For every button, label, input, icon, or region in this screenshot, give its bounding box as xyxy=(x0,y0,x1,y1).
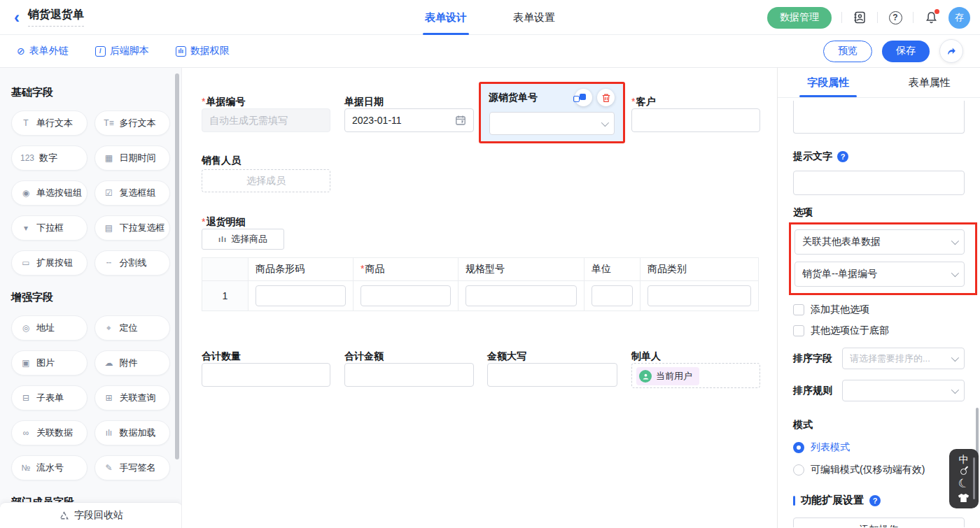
customer-input[interactable] xyxy=(631,108,760,132)
sidebar-item-location[interactable]: ⌖定位 xyxy=(94,315,171,341)
image-icon: ▣ xyxy=(20,358,31,368)
group-title-basic: 基础字段 xyxy=(11,86,170,99)
sidebar-scrollbar[interactable] xyxy=(175,73,179,459)
tab-form-design[interactable]: 表单设计 xyxy=(425,0,467,35)
form-external-link[interactable]: ⊘ 表单外链 xyxy=(17,45,69,57)
sidebar-item-serial-number[interactable]: №流水号 xyxy=(11,455,88,480)
category-cell-input[interactable] xyxy=(648,285,751,306)
calendar-icon: ▦ xyxy=(104,153,115,163)
table-header-barcode: 商品条形码 xyxy=(248,258,354,281)
barcode-cell-input[interactable] xyxy=(255,285,346,306)
sidebar-item-multi-dropdown[interactable]: ▤下拉复选框 xyxy=(94,215,171,241)
sort-field-label: 排序字段 xyxy=(793,352,842,365)
data-manage-button[interactable]: 数据管理 xyxy=(767,7,832,29)
option-field-select[interactable]: 销货单--单据编号 xyxy=(794,262,965,287)
language-toggle-icon[interactable]: 中 xyxy=(959,455,969,464)
sidebar-item-attachment[interactable]: ☁附件 xyxy=(94,350,171,376)
field-title-input[interactable] xyxy=(793,101,965,134)
mode-option-editable[interactable]: 可编辑模式(仅移动端有效) xyxy=(793,464,965,476)
chevron-down-icon xyxy=(951,237,959,245)
backend-script-link[interactable]: / 后端脚本 xyxy=(95,45,149,57)
sidebar-item-radio-group[interactable]: ◉单选按钮组 xyxy=(11,180,88,206)
app-header: ‹ 销货退货单 表单设计 表单设置 数据管理 ? 存 xyxy=(0,0,980,35)
calendar-icon xyxy=(455,115,466,126)
share-button[interactable] xyxy=(939,39,963,63)
sidebar-item-subform[interactable]: ⊟子表单 xyxy=(11,385,88,411)
add-action-button[interactable]: 添加操作 xyxy=(793,518,965,527)
sidebar-item-linked-query[interactable]: ⊞关联查询 xyxy=(94,385,171,411)
form-design-canvas: 单据编号 单据日期 源销货单号 客户 xyxy=(182,68,777,528)
select-product-button[interactable]: ılı 选择商品 xyxy=(202,229,284,250)
chevron-down-icon xyxy=(601,118,609,126)
theme-shirt-icon[interactable] xyxy=(958,493,969,503)
order-date-input[interactable] xyxy=(352,115,449,126)
sidebar-item-checkbox-group[interactable]: ☑复选框组 xyxy=(94,180,171,206)
radio-selected-icon xyxy=(793,442,804,453)
hint-text-label: 提示文字 xyxy=(793,150,832,163)
back-icon[interactable]: ‹ xyxy=(14,10,20,25)
linked-query-icon: ⊞ xyxy=(104,393,115,403)
sidebar-item-extend-button[interactable]: ▭扩展按钮 xyxy=(11,250,88,276)
sidebar-item-datetime[interactable]: ▦日期时间 xyxy=(94,145,171,171)
sidebar-item-number[interactable]: 123数字 xyxy=(11,145,88,171)
source-order-select[interactable] xyxy=(489,112,615,135)
other-option-bottom-checkbox[interactable] xyxy=(793,325,804,336)
sidebar-item-linked-data[interactable]: ∞关联数据 xyxy=(11,420,88,445)
sidebar-item-dropdown[interactable]: ▾下拉框 xyxy=(11,215,88,241)
floating-utility-widget[interactable]: 中 ☾ xyxy=(949,449,979,508)
field-recycle-bin[interactable]: 字段回收站 xyxy=(0,502,182,528)
option-source-select[interactable]: 关联其他表单数据 xyxy=(794,229,965,255)
order-date-field[interactable] xyxy=(344,108,474,132)
creator-field[interactable]: 当前用户 xyxy=(631,363,760,388)
extension-help-icon[interactable]: ? xyxy=(869,495,881,506)
sidebar-item-address[interactable]: ◎地址 xyxy=(11,315,88,341)
sidebar-item-image[interactable]: ▣图片 xyxy=(11,350,88,376)
data-permission-link[interactable]: ılı 数据权限 xyxy=(176,45,230,57)
save-button[interactable]: 保存 xyxy=(882,41,930,62)
selected-field-source-order[interactable]: 源销货单号 xyxy=(479,82,625,143)
help-icon[interactable]: ? xyxy=(888,10,903,25)
mode-option-list[interactable]: 列表模式 xyxy=(793,441,965,454)
section-accent-bar xyxy=(793,496,795,506)
page-title[interactable]: 销货退货单 xyxy=(28,8,84,27)
amount-words-input[interactable] xyxy=(487,363,617,387)
notification-bell-icon[interactable] xyxy=(923,10,939,25)
recycle-icon xyxy=(59,511,69,520)
copy-field-button[interactable] xyxy=(575,89,592,106)
total-amount-input[interactable] xyxy=(344,363,474,387)
field-label-salesperson: 销售人员 xyxy=(202,155,241,167)
tab-form-properties[interactable]: 表单属性 xyxy=(879,68,980,97)
table-header-unit: 单位 xyxy=(584,258,640,281)
sidebar-item-multi-line-text[interactable]: T≡多行文本 xyxy=(94,110,171,136)
tab-form-settings[interactable]: 表单设置 xyxy=(513,0,555,35)
delete-field-button[interactable] xyxy=(597,89,615,106)
table-header-product: 商品 xyxy=(354,258,458,281)
orbit-icon[interactable] xyxy=(960,469,967,475)
hint-text-input[interactable] xyxy=(793,171,965,195)
mode-label: 模式 xyxy=(793,419,965,431)
salesperson-picker[interactable]: 选择成员 xyxy=(202,169,330,192)
spec-cell-input[interactable] xyxy=(465,285,577,306)
total-qty-input[interactable] xyxy=(202,363,330,387)
sort-rule-select[interactable] xyxy=(842,380,965,401)
order-no-input[interactable] xyxy=(202,108,330,132)
sidebar-item-data-load[interactable]: ılı数据加载 xyxy=(94,420,171,445)
linked-data-icon: ∞ xyxy=(20,428,31,438)
sort-field-select[interactable]: 请选择需要排序的... xyxy=(842,348,965,369)
tab-field-properties[interactable]: 字段属性 xyxy=(778,68,879,97)
divider-icon: ╌ xyxy=(104,258,115,268)
user-avatar[interactable]: 存 xyxy=(948,7,970,29)
sidebar-item-single-line-text[interactable]: T单行文本 xyxy=(11,110,88,136)
trash-icon xyxy=(601,93,611,103)
hint-help-icon[interactable]: ? xyxy=(837,151,848,162)
add-other-option-checkbox[interactable] xyxy=(793,304,804,315)
preview-button[interactable]: 预览 xyxy=(823,41,872,62)
product-cell-input[interactable] xyxy=(360,285,451,306)
sidebar-item-signature[interactable]: ✎手写签名 xyxy=(94,455,171,480)
dark-mode-moon-icon[interactable]: ☾ xyxy=(957,477,970,490)
sidebar-item-divider[interactable]: ╌分割线 xyxy=(94,250,171,276)
address-icon: ◎ xyxy=(20,323,31,333)
unit-cell-input[interactable] xyxy=(592,285,633,306)
contacts-icon[interactable] xyxy=(852,10,867,25)
chart-icon: ılı xyxy=(218,235,227,243)
